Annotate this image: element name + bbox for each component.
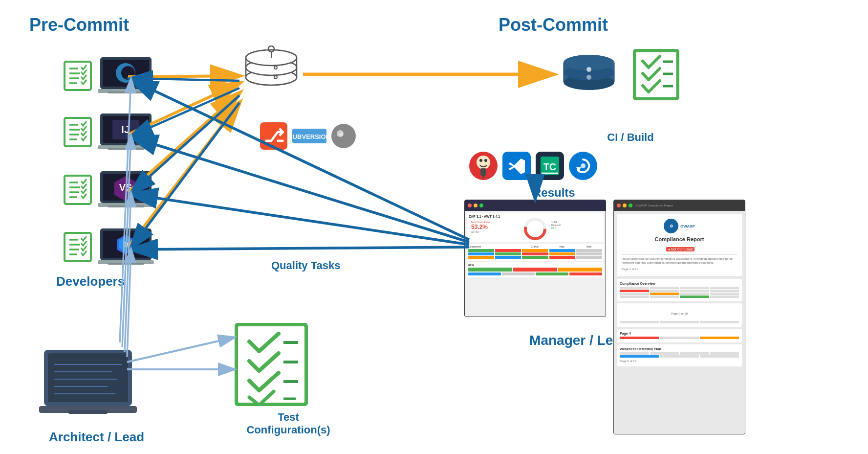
dashboard-mockup: ZAP 3.1 · AWT 3.4.1 Not Compliant 53.2% … [464,200,606,317]
laptop-vs-icon: VS [98,170,154,209]
vcs-icons-row: ⎇ SUBVERSION [259,121,357,151]
svg-text:VS: VS [119,182,132,193]
azure-devops-icon [569,152,597,180]
svg-point-86 [586,67,591,72]
post-commit-database [557,49,621,114]
dev-laptop-4: ⚙ [64,227,154,267]
svg-line-123 [131,247,469,250]
svg-marker-97 [508,159,525,174]
svg-point-93 [479,159,482,162]
checklist-icon-2 [64,117,92,147]
svg-line-122 [131,194,469,245]
svg-text:⚙: ⚙ [123,241,129,249]
dev-laptop-1 [64,56,154,95]
svg-line-121 [131,137,469,242]
laptop-intellij-icon: IJ [98,113,154,152]
svg-text:SUBVERSION: SUBVERSION [292,133,326,140]
svg-rect-52 [108,205,144,207]
laptop-eclipse-icon [98,56,154,95]
post-commit-checklist [633,49,679,102]
checklist-icon-3 [64,175,92,205]
pre-commit-title: Pre-Commit [29,15,129,35]
svg-rect-20 [65,62,91,90]
svn-icon: SUBVERSION [292,126,326,146]
svg-point-102 [581,163,586,168]
jenkins-icon [469,152,498,180]
svg-rect-31 [65,118,91,146]
svg-point-19 [339,133,343,136]
svg-rect-64 [108,263,144,265]
svg-rect-30 [108,91,144,93]
central-database-icon [239,44,303,110]
vscode-icon [502,152,531,180]
svg-text:TC: TC [543,161,557,172]
svg-rect-95 [480,168,486,176]
architect-laptop-icon [39,347,137,418]
laptop-azure-icon: ⚙ [98,227,154,267]
svg-text:IJ: IJ [121,123,130,136]
checklist-icon-1 [64,61,92,91]
post-commit-title: Post-Commit [499,15,608,35]
checklist-icon-4 [64,232,92,262]
svg-point-94 [484,159,487,162]
architect-label: Architect / Lead [49,430,144,445]
ci-tools-row: TC [469,152,597,180]
architect-laptop [39,347,137,420]
svg-rect-53 [65,233,91,261]
svg-point-28 [121,66,135,80]
test-config-icon [235,323,308,408]
ci-build-label: CI / Build [582,131,679,144]
svg-line-125 [127,338,234,362]
dev-laptop-3: VS [64,170,154,209]
svg-point-87 [586,75,591,80]
svg-rect-73 [68,410,108,414]
groovy-icon [330,123,357,150]
owasp-report-mockup: OWASP Compliance Report ⚙ OWASP Complian… [613,200,745,434]
test-config-label: Test Configuration(s) [239,411,337,436]
dev-laptop-2: IJ [64,113,154,152]
svg-rect-42 [65,176,91,204]
developers-label: Developers [56,274,125,289]
svg-point-17 [331,124,356,148]
svg-text:⎇: ⎇ [264,126,284,146]
git-icon: ⎇ [259,121,288,151]
svg-rect-66 [48,353,128,402]
quality-tasks-label: Quality Tasks [271,259,340,272]
svg-line-127 [125,193,131,352]
svg-rect-41 [108,148,144,150]
teamcity-icon: TC [536,152,564,180]
